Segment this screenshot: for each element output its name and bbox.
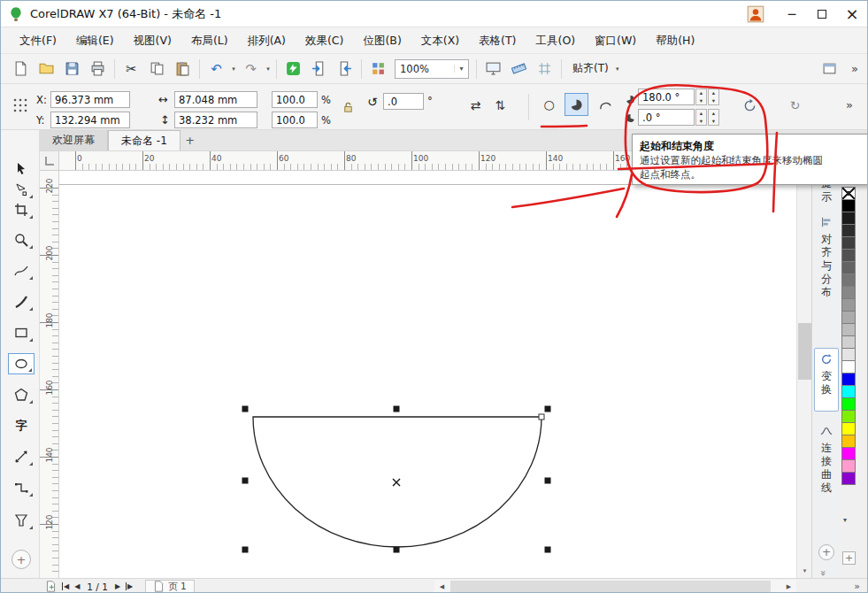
color-swatch[interactable] (841, 236, 856, 250)
menu-help[interactable]: 帮助(H) (646, 27, 704, 54)
export-button[interactable] (332, 57, 357, 81)
add-page-icon[interactable] (45, 581, 57, 592)
docker-tab-transform[interactable]: 变换 (814, 348, 839, 412)
previous-page-button[interactable]: ◀ (74, 582, 80, 590)
interactive-fill-tool[interactable] (8, 510, 35, 531)
bottom-bar-overflow[interactable]: » (854, 579, 860, 593)
maximize-button[interactable] (807, 1, 837, 27)
application-launcher-button[interactable] (365, 57, 391, 81)
drawing-canvas[interactable] (59, 171, 796, 578)
vertical-scrollbar[interactable]: ▴ ▾ (796, 171, 811, 578)
color-swatch[interactable] (841, 335, 856, 349)
crop-tool[interactable] (8, 199, 35, 220)
color-swatch[interactable] (841, 199, 856, 212)
color-swatch[interactable] (841, 298, 856, 312)
hscroll-right-arrow[interactable]: ▶ (781, 580, 796, 593)
undo-button[interactable]: ↶ (204, 57, 229, 81)
first-page-button[interactable]: ◀ (62, 582, 69, 590)
docker-tab-align-distribute[interactable]: 对齐与分布 (814, 212, 839, 327)
print-button[interactable] (85, 57, 111, 81)
last-page-button[interactable]: ▶ (126, 582, 133, 590)
scroll-down-arrow[interactable]: ▾ (797, 564, 812, 578)
start-angle-input[interactable]: 180.0 ° (638, 89, 695, 105)
redo-dropdown[interactable]: ▾ (264, 65, 273, 73)
object-height-input[interactable]: 38.232 mm (174, 112, 257, 128)
color-swatch[interactable] (841, 397, 856, 411)
color-swatch[interactable] (841, 410, 856, 423)
color-swatch[interactable] (841, 447, 856, 460)
vertical-scroll-thumb[interactable] (798, 323, 811, 380)
undo-dropdown[interactable]: ▾ (229, 65, 238, 73)
hscroll-left-arrow[interactable]: ◀ (434, 580, 449, 593)
color-swatch[interactable] (841, 385, 856, 398)
menu-bitmaps[interactable]: 位图(B) (353, 27, 411, 54)
menu-arrange[interactable]: 排列(A) (238, 27, 296, 54)
page-1-tab[interactable]: 页 1 (145, 580, 195, 593)
new-document-tab-button[interactable]: + (181, 130, 200, 150)
color-swatch-none[interactable] (841, 187, 856, 200)
docker-tab-connect-curves[interactable]: 连接曲线 (814, 420, 839, 537)
rectangle-tool[interactable] (8, 322, 35, 343)
ellipse-node[interactable] (539, 414, 544, 420)
color-swatch[interactable] (841, 286, 856, 299)
ellipse-tool[interactable] (8, 353, 35, 374)
end-angle-spinner-2[interactable]: ▴▾ (708, 109, 719, 126)
mirror-vertical-button[interactable]: ⇅ (489, 95, 511, 115)
show-rulers-button[interactable] (506, 57, 532, 81)
color-swatch[interactable] (841, 373, 856, 386)
freehand-tool[interactable] (8, 260, 35, 281)
color-swatch[interactable] (841, 311, 856, 324)
menu-window[interactable]: 窗口(W) (585, 27, 646, 54)
fullscreen-preview-button[interactable] (480, 57, 506, 81)
user-account-icon[interactable] (747, 5, 764, 23)
next-page-button[interactable]: ▶ (115, 582, 120, 590)
color-swatch[interactable] (841, 212, 856, 225)
object-width-input[interactable]: 87.048 mm (174, 91, 257, 108)
shape-tool[interactable] (8, 179, 35, 200)
color-swatch[interactable] (841, 261, 856, 274)
text-tool[interactable]: 字 (8, 415, 35, 436)
add-docker-button[interactable]: + (818, 544, 834, 560)
start-angle-spinner-2[interactable]: ▴▾ (708, 89, 719, 105)
menu-table[interactable]: 表格(T) (469, 27, 526, 54)
launch-button[interactable] (280, 57, 306, 81)
x-position-input[interactable]: 96.373 mm (50, 91, 130, 108)
palette-expand-button[interactable]: + (842, 551, 856, 565)
color-swatch[interactable] (841, 273, 856, 287)
pie-mode-button[interactable] (565, 93, 588, 116)
copy-button[interactable] (144, 57, 170, 81)
menu-view[interactable]: 视图(V) (124, 27, 181, 54)
end-angle-spinner[interactable]: ▴▾ (695, 109, 707, 126)
artistic-media-tool[interactable] (8, 291, 35, 312)
mirror-horizontal-button[interactable]: ⇄ (465, 95, 487, 115)
pick-tool[interactable] (8, 158, 35, 180)
tab-document-untitled[interactable]: 未命名 -1 (108, 130, 181, 150)
toolbar-overflow-button[interactable]: » (842, 62, 867, 75)
color-swatch[interactable] (841, 224, 856, 237)
secondary-direction-button[interactable]: ↻ (783, 94, 807, 117)
arc-mode-button[interactable] (594, 93, 618, 116)
menu-tools[interactable]: 工具(O) (526, 27, 586, 54)
paste-button[interactable] (170, 57, 196, 81)
color-swatch[interactable] (841, 422, 856, 435)
rotation-angle-input[interactable]: .0 (383, 93, 424, 110)
redo-button[interactable]: ↷ (238, 57, 264, 81)
horizontal-scroll-thumb[interactable] (450, 581, 771, 593)
zoom-level-combo[interactable]: 100% ▾ (395, 59, 469, 79)
menu-effects[interactable]: 效果(C) (296, 27, 353, 54)
options-button[interactable] (817, 57, 842, 81)
snap-to-dropdown[interactable]: 贴齐(T) ▾ (565, 58, 629, 80)
horizontal-scrollbar[interactable]: ◀ ▶ (434, 580, 796, 593)
zoom-tool[interactable] (8, 229, 35, 250)
color-swatch[interactable] (841, 459, 856, 473)
palette-scroll-down[interactable]: ▾ (843, 516, 847, 524)
open-button[interactable] (34, 57, 59, 81)
color-swatch[interactable] (841, 348, 856, 361)
quick-customize-button[interactable]: + (12, 550, 31, 569)
cut-button[interactable]: ✂ (119, 57, 144, 81)
menu-file[interactable]: 文件(F) (10, 27, 66, 54)
new-document-button[interactable] (8, 57, 34, 81)
show-grid-button[interactable] (532, 57, 557, 81)
color-swatch[interactable] (841, 323, 856, 336)
connector-tool[interactable] (8, 477, 35, 498)
